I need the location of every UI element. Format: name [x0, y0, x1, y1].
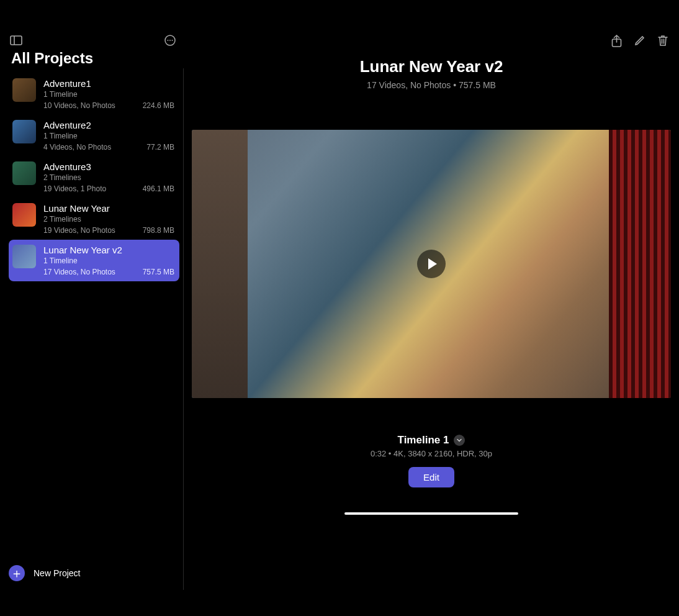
play-button[interactable] — [417, 250, 446, 278]
project-media: 17 Videos, No Photos — [43, 268, 115, 276]
share-icon[interactable] — [611, 35, 622, 49]
timeline-name: Timeline 1 — [398, 434, 449, 446]
plus-icon: ＋ — [9, 565, 25, 581]
svg-point-4 — [169, 40, 171, 41]
top-action-icons — [611, 35, 668, 49]
sidebar: All Projects Adventure1 1 Timeline 10 Vi… — [0, 31, 183, 590]
project-item[interactable]: Lunar New Year 2 Timelines 19 Videos, No… — [9, 198, 179, 240]
project-timelines: 1 Timeline — [43, 132, 174, 140]
project-timelines: 2 Timelines — [43, 173, 174, 182]
edit-button[interactable]: Edit — [408, 467, 454, 487]
project-info: Adventure1 1 Timeline 10 Videos, No Phot… — [43, 78, 174, 110]
project-item[interactable]: Adventure1 1 Timeline 10 Videos, No Phot… — [9, 73, 179, 115]
main-header: Lunar New Year v2 17 Videos, No Photos •… — [360, 57, 503, 90]
project-thumbnail — [12, 78, 36, 102]
horizontal-scroll-indicator[interactable] — [344, 512, 518, 515]
project-thumbnail — [12, 203, 36, 227]
project-thumbnail — [12, 120, 36, 143]
project-media: 19 Videos, No Photos — [43, 226, 115, 235]
svg-point-5 — [172, 40, 173, 41]
play-icon — [428, 258, 437, 270]
new-project-label: New Project — [34, 568, 80, 578]
project-title: Lunar New Year v2 — [360, 57, 503, 76]
project-size: 77.2 MB — [146, 143, 174, 152]
video-preview[interactable] — [192, 130, 671, 398]
sidebar-toggle-icon[interactable] — [10, 35, 22, 45]
project-size: 496.1 MB — [143, 184, 174, 193]
project-item-selected[interactable]: Lunar New Year v2 1 Timeline 17 Videos, … — [9, 240, 179, 281]
sidebar-title: All Projects — [11, 50, 179, 67]
project-thumbnail — [12, 161, 36, 185]
project-media: 4 Videos, No Photos — [43, 143, 111, 152]
project-subtitle: 17 Videos, No Photos • 757.5 MB — [360, 80, 503, 90]
app-window: All Projects Adventure1 1 Timeline 10 Vi… — [0, 31, 679, 590]
timeline-dropdown[interactable] — [454, 435, 465, 446]
new-project-button[interactable]: ＋ New Project — [9, 565, 80, 581]
project-media: 10 Videos, No Photos — [43, 101, 115, 110]
project-name: Lunar New Year v2 — [43, 245, 174, 255]
pencil-icon[interactable] — [634, 35, 645, 49]
ellipsis-circle-icon[interactable] — [164, 35, 176, 46]
timeline-section: Timeline 1 0:32 • 4K, 3840 x 2160, HDR, … — [371, 434, 492, 487]
project-name: Lunar New Year — [43, 203, 174, 214]
project-name: Adventure1 — [43, 78, 174, 89]
project-name: Adventure2 — [43, 120, 174, 130]
project-timelines: 2 Timelines — [43, 215, 174, 224]
timeline-meta: 0:32 • 4K, 3840 x 2160, HDR, 30p — [371, 449, 492, 458]
main-panel: Lunar New Year v2 17 Videos, No Photos •… — [184, 31, 679, 590]
project-size: 798.8 MB — [143, 226, 174, 235]
project-timelines: 1 Timeline — [43, 90, 174, 99]
project-timelines: 1 Timeline — [43, 256, 174, 265]
project-size: 224.6 MB — [143, 101, 174, 110]
project-item[interactable]: Adventure2 1 Timeline 4 Videos, No Photo… — [9, 115, 179, 156]
sidebar-header — [9, 31, 179, 48]
svg-rect-0 — [11, 36, 22, 45]
svg-point-3 — [168, 40, 169, 41]
trash-icon[interactable] — [658, 35, 668, 49]
project-media: 19 Videos, 1 Photo — [43, 184, 106, 193]
project-name: Adventure3 — [43, 161, 174, 172]
project-item[interactable]: Adventure3 2 Timelines 19 Videos, 1 Phot… — [9, 156, 179, 198]
project-size: 757.5 MB — [143, 268, 174, 276]
project-list: Adventure1 1 Timeline 10 Videos, No Phot… — [9, 73, 179, 281]
project-thumbnail — [12, 245, 36, 268]
